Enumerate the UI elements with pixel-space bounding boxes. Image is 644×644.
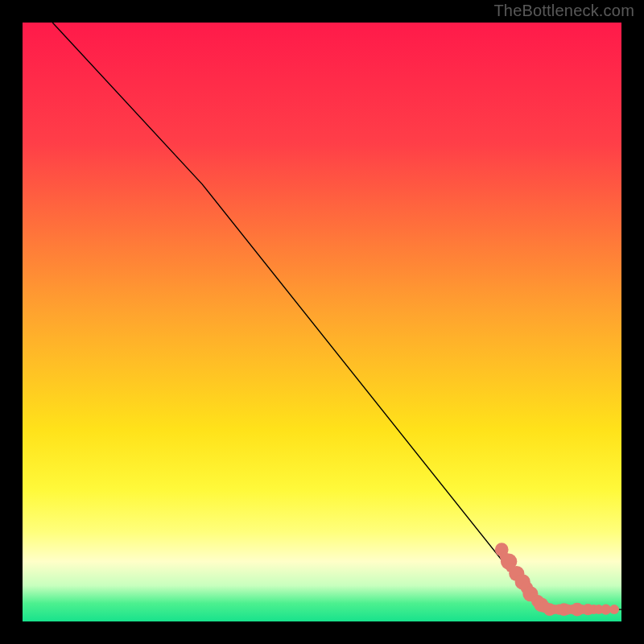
chart-plot-area bbox=[23, 23, 621, 621]
chart-overlay bbox=[23, 23, 621, 621]
chart-scatter-series bbox=[495, 543, 619, 616]
watermark-text: TheBottleneck.com bbox=[493, 2, 634, 20]
data-point bbox=[609, 605, 619, 614]
chart-line-series bbox=[52, 23, 621, 609]
curve-line bbox=[52, 23, 621, 609]
